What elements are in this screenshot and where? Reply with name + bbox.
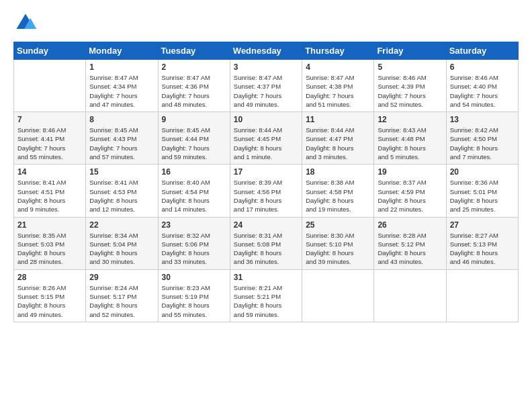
calendar-cell: 1Sunrise: 8:47 AM Sunset: 4:34 PM Daylig…	[86, 60, 158, 112]
calendar-cell: 2Sunrise: 8:47 AM Sunset: 4:36 PM Daylig…	[158, 60, 230, 112]
day-info: Sunrise: 8:46 AM Sunset: 4:39 PM Dayligh…	[378, 73, 442, 109]
day-number: 8	[89, 115, 154, 124]
calendar-cell: 5Sunrise: 8:46 AM Sunset: 4:39 PM Daylig…	[374, 60, 446, 112]
day-number: 18	[306, 167, 370, 177]
week-row-1: 7Sunrise: 8:46 AM Sunset: 4:41 PM Daylig…	[14, 112, 519, 165]
calendar-cell	[14, 60, 86, 112]
calendar-cell: 30Sunrise: 8:23 AM Sunset: 5:19 PM Dayli…	[158, 269, 230, 322]
day-number: 12	[378, 115, 442, 124]
day-info: Sunrise: 8:28 AM Sunset: 5:12 PM Dayligh…	[378, 231, 442, 267]
weekday-header-sunday: Sunday	[14, 42, 86, 60]
day-number: 27	[450, 220, 515, 230]
week-row-2: 14Sunrise: 8:41 AM Sunset: 4:51 PM Dayli…	[14, 165, 519, 217]
day-info: Sunrise: 8:46 AM Sunset: 4:41 PM Dayligh…	[17, 126, 82, 161]
calendar-cell: 23Sunrise: 8:32 AM Sunset: 5:06 PM Dayli…	[158, 217, 230, 269]
weekday-header-tuesday: Tuesday	[158, 42, 230, 60]
calendar-cell: 12Sunrise: 8:43 AM Sunset: 4:48 PM Dayli…	[374, 112, 446, 165]
calendar-cell: 25Sunrise: 8:30 AM Sunset: 5:10 PM Dayli…	[302, 217, 374, 269]
calendar-cell: 18Sunrise: 8:38 AM Sunset: 4:58 PM Dayli…	[302, 165, 374, 217]
day-number: 29	[89, 273, 154, 282]
day-info: Sunrise: 8:38 AM Sunset: 4:58 PM Dayligh…	[306, 178, 370, 214]
calendar-cell	[446, 269, 518, 322]
day-info: Sunrise: 8:45 AM Sunset: 4:43 PM Dayligh…	[89, 126, 154, 161]
calendar-cell: 9Sunrise: 8:45 AM Sunset: 4:44 PM Daylig…	[158, 112, 230, 165]
day-info: Sunrise: 8:47 AM Sunset: 4:37 PM Dayligh…	[234, 73, 298, 109]
day-info: Sunrise: 8:41 AM Sunset: 4:51 PM Dayligh…	[17, 178, 82, 214]
calendar: SundayMondayTuesdayWednesdayThursdayFrid…	[13, 42, 519, 322]
day-number: 10	[234, 115, 298, 124]
calendar-cell: 6Sunrise: 8:46 AM Sunset: 4:40 PM Daylig…	[446, 60, 518, 112]
day-number: 20	[450, 167, 515, 177]
weekday-header-monday: Monday	[86, 42, 158, 60]
week-row-0: 1Sunrise: 8:47 AM Sunset: 4:34 PM Daylig…	[14, 60, 519, 112]
day-number: 14	[17, 167, 82, 177]
day-info: Sunrise: 8:35 AM Sunset: 5:03 PM Dayligh…	[17, 231, 82, 267]
day-info: Sunrise: 8:47 AM Sunset: 4:36 PM Dayligh…	[162, 73, 226, 109]
day-number: 15	[89, 167, 154, 177]
day-info: Sunrise: 8:36 AM Sunset: 5:01 PM Dayligh…	[450, 178, 515, 214]
calendar-cell: 28Sunrise: 8:26 AM Sunset: 5:15 PM Dayli…	[14, 269, 86, 322]
page: SundayMondayTuesdayWednesdayThursdayFrid…	[0, 0, 532, 411]
calendar-cell: 15Sunrise: 8:41 AM Sunset: 4:53 PM Dayli…	[86, 165, 158, 217]
calendar-cell: 8Sunrise: 8:45 AM Sunset: 4:43 PM Daylig…	[86, 112, 158, 165]
day-info: Sunrise: 8:43 AM Sunset: 4:48 PM Dayligh…	[378, 126, 442, 161]
weekday-header-thursday: Thursday	[302, 42, 374, 60]
calendar-cell	[302, 269, 374, 322]
day-info: Sunrise: 8:34 AM Sunset: 5:04 PM Dayligh…	[89, 231, 154, 267]
calendar-cell: 31Sunrise: 8:21 AM Sunset: 5:21 PM Dayli…	[230, 269, 302, 322]
day-number: 24	[234, 220, 298, 230]
day-info: Sunrise: 8:44 AM Sunset: 4:47 PM Dayligh…	[306, 126, 370, 161]
day-info: Sunrise: 8:27 AM Sunset: 5:13 PM Dayligh…	[450, 231, 515, 267]
day-info: Sunrise: 8:44 AM Sunset: 4:45 PM Dayligh…	[234, 126, 298, 161]
day-info: Sunrise: 8:42 AM Sunset: 4:50 PM Dayligh…	[450, 126, 515, 161]
day-number: 6	[450, 62, 515, 72]
calendar-cell: 7Sunrise: 8:46 AM Sunset: 4:41 PM Daylig…	[14, 112, 86, 165]
day-info: Sunrise: 8:46 AM Sunset: 4:40 PM Dayligh…	[450, 73, 515, 109]
day-info: Sunrise: 8:31 AM Sunset: 5:08 PM Dayligh…	[234, 231, 298, 267]
weekday-header-friday: Friday	[374, 42, 446, 60]
calendar-cell: 24Sunrise: 8:31 AM Sunset: 5:08 PM Dayli…	[230, 217, 302, 269]
day-info: Sunrise: 8:39 AM Sunset: 4:56 PM Dayligh…	[234, 178, 298, 214]
calendar-cell: 3Sunrise: 8:47 AM Sunset: 4:37 PM Daylig…	[230, 60, 302, 112]
day-info: Sunrise: 8:26 AM Sunset: 5:15 PM Dayligh…	[17, 283, 82, 319]
calendar-cell: 16Sunrise: 8:40 AM Sunset: 4:54 PM Dayli…	[158, 165, 230, 217]
day-number: 9	[162, 115, 226, 124]
day-info: Sunrise: 8:32 AM Sunset: 5:06 PM Dayligh…	[162, 231, 226, 267]
day-number: 30	[162, 273, 226, 282]
day-number: 23	[162, 220, 226, 230]
day-info: Sunrise: 8:30 AM Sunset: 5:10 PM Dayligh…	[306, 231, 370, 267]
day-number: 26	[378, 220, 442, 230]
day-number: 1	[89, 62, 154, 72]
day-info: Sunrise: 8:24 AM Sunset: 5:17 PM Dayligh…	[89, 283, 154, 319]
day-number: 7	[17, 115, 82, 124]
calendar-cell: 19Sunrise: 8:37 AM Sunset: 4:59 PM Dayli…	[374, 165, 446, 217]
day-number: 11	[306, 115, 370, 124]
day-number: 28	[17, 273, 82, 282]
day-info: Sunrise: 8:21 AM Sunset: 5:21 PM Dayligh…	[234, 283, 298, 319]
calendar-cell: 20Sunrise: 8:36 AM Sunset: 5:01 PM Dayli…	[446, 165, 518, 217]
calendar-cell: 27Sunrise: 8:27 AM Sunset: 5:13 PM Dayli…	[446, 217, 518, 269]
calendar-cell: 29Sunrise: 8:24 AM Sunset: 5:17 PM Dayli…	[86, 269, 158, 322]
calendar-cell: 14Sunrise: 8:41 AM Sunset: 4:51 PM Dayli…	[14, 165, 86, 217]
calendar-cell: 26Sunrise: 8:28 AM Sunset: 5:12 PM Dayli…	[374, 217, 446, 269]
logo	[13, 11, 40, 35]
day-info: Sunrise: 8:45 AM Sunset: 4:44 PM Dayligh…	[162, 126, 226, 161]
calendar-cell: 22Sunrise: 8:34 AM Sunset: 5:04 PM Dayli…	[86, 217, 158, 269]
calendar-cell: 13Sunrise: 8:42 AM Sunset: 4:50 PM Dayli…	[446, 112, 518, 165]
calendar-cell: 17Sunrise: 8:39 AM Sunset: 4:56 PM Dayli…	[230, 165, 302, 217]
week-row-3: 21Sunrise: 8:35 AM Sunset: 5:03 PM Dayli…	[14, 217, 519, 269]
day-number: 5	[378, 62, 442, 72]
day-number: 19	[378, 167, 442, 177]
day-info: Sunrise: 8:47 AM Sunset: 4:34 PM Dayligh…	[89, 73, 154, 109]
day-number: 16	[162, 167, 226, 177]
day-number: 2	[162, 62, 226, 72]
day-info: Sunrise: 8:40 AM Sunset: 4:54 PM Dayligh…	[162, 178, 226, 214]
day-number: 3	[234, 62, 298, 72]
day-number: 21	[17, 220, 82, 230]
day-number: 22	[89, 220, 154, 230]
calendar-cell	[374, 269, 446, 322]
day-number: 4	[306, 62, 370, 72]
day-info: Sunrise: 8:37 AM Sunset: 4:59 PM Dayligh…	[378, 178, 442, 214]
day-number: 31	[234, 273, 298, 282]
weekday-header-row: SundayMondayTuesdayWednesdayThursdayFrid…	[14, 42, 519, 60]
